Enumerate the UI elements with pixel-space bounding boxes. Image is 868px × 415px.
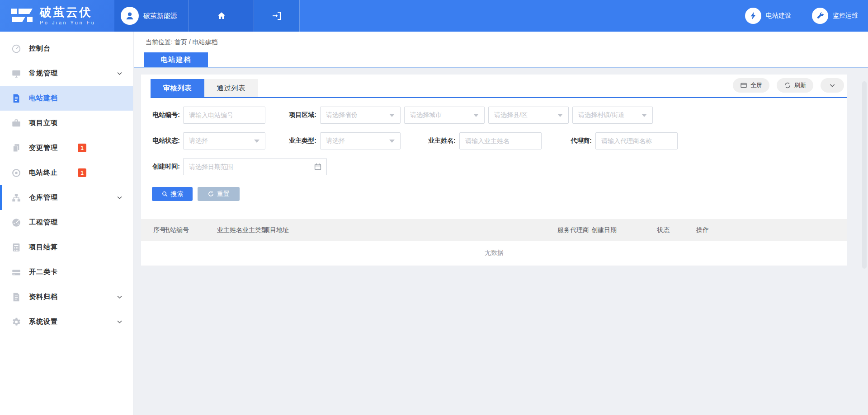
- fullscreen-button[interactable]: 全屏: [733, 78, 769, 93]
- agent-label: 代理商:: [542, 137, 595, 145]
- sidebar-item-change-mgmt[interactable]: 变更管理 1: [0, 135, 133, 160]
- col-station-no: 电站编号: [164, 219, 189, 241]
- calculator-icon: [11, 242, 21, 252]
- copy-icon: [11, 143, 21, 153]
- filter-row-3: 创建时间:: [141, 158, 847, 175]
- brand-subtitle: Po Jian Yun Fu: [40, 20, 95, 25]
- province-select[interactable]: 请选择省份: [320, 107, 401, 124]
- badge-count: 1: [78, 144, 86, 152]
- caret-down-icon: [254, 140, 259, 143]
- sidebar-item-warehouse-mgmt[interactable]: 仓库管理: [0, 185, 133, 210]
- date-range-input[interactable]: [189, 163, 314, 170]
- collapse-button[interactable]: [821, 78, 844, 93]
- dashboard-icon: [11, 44, 21, 54]
- owner-type-select[interactable]: 请选择: [320, 132, 401, 149]
- user-icon: [124, 10, 135, 21]
- owner-name-input[interactable]: [459, 132, 542, 149]
- module-monitor-ops[interactable]: 监控运维: [812, 8, 858, 24]
- chevron-down-icon: [116, 70, 123, 77]
- empty-state: 无数据: [141, 241, 847, 265]
- sidebar-item-system-settings[interactable]: 系统设置: [0, 309, 133, 334]
- col-service-agent: 服务代理商: [557, 219, 589, 241]
- lightning-icon: [745, 8, 761, 24]
- user-menu[interactable]: 破茧新能源: [114, 0, 189, 32]
- caret-down-icon: [389, 114, 395, 117]
- col-project-address: 项目地址: [264, 219, 289, 241]
- caret-down-icon: [557, 114, 563, 117]
- main-content: 当前位置: 首页 / 电站建档 电站建档 审核列表 通过列表 全屏: [134, 32, 868, 415]
- top-header: 破茧云伏 Po Jian Yun Fu 破茧新能源: [0, 0, 868, 32]
- target-icon: [11, 168, 21, 178]
- reset-button[interactable]: 重置: [198, 187, 240, 201]
- logout-button[interactable]: [254, 0, 300, 32]
- col-status: 状态: [657, 219, 670, 241]
- sidebar-item-project-initiation[interactable]: 项目立项: [0, 111, 133, 135]
- owner-name-label: 业主姓名:: [404, 137, 459, 145]
- document-icon: [11, 93, 21, 103]
- col-create-date: 创建日期: [591, 219, 617, 241]
- search-button[interactable]: 搜索: [152, 187, 193, 201]
- owner-type-label: 业主类型:: [265, 137, 320, 145]
- wrench-icon: [812, 8, 828, 24]
- gauge-icon: [11, 218, 21, 228]
- sidebar-item-console[interactable]: 控制台: [0, 36, 133, 61]
- breadcrumb-prefix: 当前位置:: [146, 38, 173, 46]
- city-select[interactable]: 请选择城市: [404, 107, 485, 124]
- sidebar: 控制台 常规管理 电站建档 项目立项 变更管理 1: [0, 32, 133, 415]
- station-no-label: 电站编号:: [152, 111, 180, 119]
- scrollbar-thumb[interactable]: [862, 81, 867, 269]
- tab-review-list[interactable]: 审核列表: [151, 79, 204, 97]
- district-select[interactable]: 请选择县/区: [488, 107, 569, 124]
- chevron-down-icon: [116, 318, 123, 325]
- filter-row-1: 电站编号: 项目区域: 请选择省份 请选择城市 请选择县/区 请选择村镇/街道: [141, 107, 847, 124]
- search-icon: [161, 191, 168, 197]
- station-no-input[interactable]: [183, 107, 265, 124]
- badge-count: 1: [78, 168, 86, 177]
- fullscreen-icon: [740, 82, 747, 89]
- date-range-picker[interactable]: [183, 158, 327, 175]
- briefcase-icon: [11, 118, 21, 128]
- sidebar-item-engineering-mgmt[interactable]: 工程管理: [0, 210, 133, 235]
- breadcrumb-separator: /: [189, 38, 191, 46]
- module-label: 监控运维: [833, 12, 858, 20]
- caret-down-icon: [642, 114, 647, 117]
- archive-icon: [11, 292, 21, 302]
- chevron-down-icon: [829, 82, 836, 89]
- sidebar-item-data-archive[interactable]: 资料归档: [0, 284, 133, 309]
- street-select[interactable]: 请选择村镇/街道: [572, 107, 653, 124]
- module-station-build[interactable]: 电站建设: [745, 8, 791, 24]
- list-tabs: 审核列表 通过列表 全屏 刷新: [151, 75, 847, 98]
- calendar-icon: [314, 163, 322, 171]
- tab-passed-list[interactable]: 通过列表: [204, 79, 258, 97]
- monitor-icon: [11, 69, 21, 79]
- caret-down-icon: [389, 140, 395, 143]
- sidebar-item-type2-card[interactable]: 开二类卡: [0, 260, 133, 284]
- breadcrumb: 当前位置: 首页 / 电站建档: [134, 32, 868, 47]
- reset-icon: [208, 191, 214, 197]
- col-actions: 操作: [696, 219, 709, 241]
- refresh-button[interactable]: 刷新: [777, 78, 813, 93]
- sidebar-item-general-mgmt[interactable]: 常规管理: [0, 61, 133, 86]
- sidebar-item-station-archive[interactable]: 电站建档: [0, 86, 133, 111]
- station-status-select[interactable]: 请选择: [183, 132, 265, 149]
- page-header-strip: 当前位置: 首页 / 电站建档 电站建档: [134, 32, 868, 68]
- card-icon: [11, 267, 21, 277]
- agent-input[interactable]: [595, 132, 678, 149]
- table-header: 序号 电站编号 业主姓名 业主类型 项目地址 服务代理商 创建日期 状态 操作: [141, 219, 847, 241]
- filter-actions: 搜索 重置: [141, 187, 847, 201]
- breadcrumb-current: 电站建档: [192, 38, 217, 46]
- gear-icon: [11, 317, 21, 327]
- sidebar-item-station-termination[interactable]: 电站终止 1: [0, 160, 133, 185]
- module-label: 电站建设: [766, 12, 791, 20]
- page-tab-station-archive[interactable]: 电站建档: [144, 52, 208, 67]
- avatar: [121, 7, 139, 25]
- card-toolbar: 全屏 刷新: [733, 78, 844, 93]
- col-owner-name: 业主姓名: [217, 219, 242, 241]
- home-button[interactable]: [189, 0, 254, 32]
- breadcrumb-home[interactable]: 首页: [175, 38, 187, 46]
- create-time-label: 创建时间:: [152, 163, 180, 171]
- region-label: 项目区域:: [265, 111, 320, 119]
- sidebar-item-project-settlement[interactable]: 项目结算: [0, 235, 133, 260]
- refresh-icon: [784, 82, 791, 89]
- filter-row-2: 电站状态: 请选择 业主类型: 请选择 业主姓名: 代理商:: [141, 132, 847, 149]
